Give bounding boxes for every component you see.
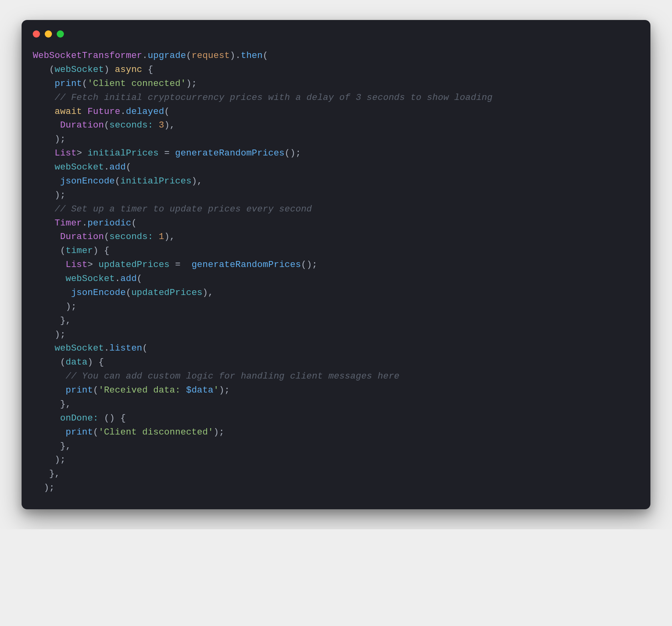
- code-token: periodic: [87, 218, 131, 228]
- code-token: updatedPrices: [131, 287, 203, 298]
- code-comment: // You can add custom logic for handling…: [66, 371, 400, 381]
- code-token: print: [66, 385, 93, 395]
- minimize-icon[interactable]: [45, 30, 52, 38]
- code-window: WebSocketTransformer.upgrade(request).th…: [22, 20, 650, 509]
- code-token: updatedPrices: [98, 259, 169, 270]
- code-token: upgrade: [148, 50, 186, 61]
- close-icon[interactable]: [33, 30, 40, 38]
- code-token: delayed: [126, 106, 164, 117]
- code-token: request: [191, 50, 230, 61]
- code-token: generateRandomPrices: [175, 148, 284, 158]
- code-token: jsonEncode: [60, 176, 115, 186]
- code-token: add: [120, 273, 137, 284]
- code-token: timer: [66, 245, 93, 256]
- code-token: webSocket: [55, 343, 104, 353]
- code-token: List: [55, 148, 77, 158]
- code-token: print: [55, 78, 82, 89]
- code-token: 'Client connected': [87, 78, 186, 89]
- code-token: WebSocketTransformer: [33, 50, 142, 61]
- code-token: generateRandomPrices: [191, 259, 301, 270]
- code-token: 'Client disconnected': [98, 427, 213, 437]
- code-token: async: [115, 64, 143, 75]
- code-token: initialPrices: [120, 176, 191, 186]
- code-token: 1: [159, 231, 164, 242]
- code-token: $data: [186, 385, 214, 395]
- code-token: add: [109, 162, 126, 172]
- code-token: Timer: [55, 218, 82, 228]
- code-token: webSocket: [55, 162, 104, 172]
- maximize-icon[interactable]: [57, 30, 64, 38]
- code-token: listen: [109, 343, 142, 353]
- code-token: webSocket: [66, 273, 115, 284]
- code-token: initialPrices: [87, 148, 159, 158]
- code-token: data: [66, 357, 87, 367]
- code-token: seconds:: [109, 231, 153, 242]
- code-token: Future: [87, 106, 120, 117]
- code-token: await: [55, 106, 82, 117]
- code-token: webSocket: [55, 64, 104, 75]
- code-token: Duration: [60, 231, 104, 242]
- code-token: seconds:: [109, 120, 153, 130]
- code-token: 3: [159, 120, 164, 130]
- code-token: onDone:: [60, 413, 99, 423]
- code-token: List: [66, 259, 87, 270]
- code-token: jsonEncode: [71, 287, 126, 298]
- code-token: print: [66, 427, 93, 437]
- code-token: then: [241, 50, 263, 61]
- code-block: WebSocketTransformer.upgrade(request).th…: [33, 49, 639, 495]
- code-comment: // Fetch initial cryptocurrency prices w…: [55, 92, 493, 103]
- code-token: 'Received data:: [98, 385, 186, 395]
- code-token: Duration: [60, 120, 104, 130]
- code-comment: // Set up a timer to update prices every…: [55, 204, 312, 214]
- traffic-lights: [33, 30, 639, 38]
